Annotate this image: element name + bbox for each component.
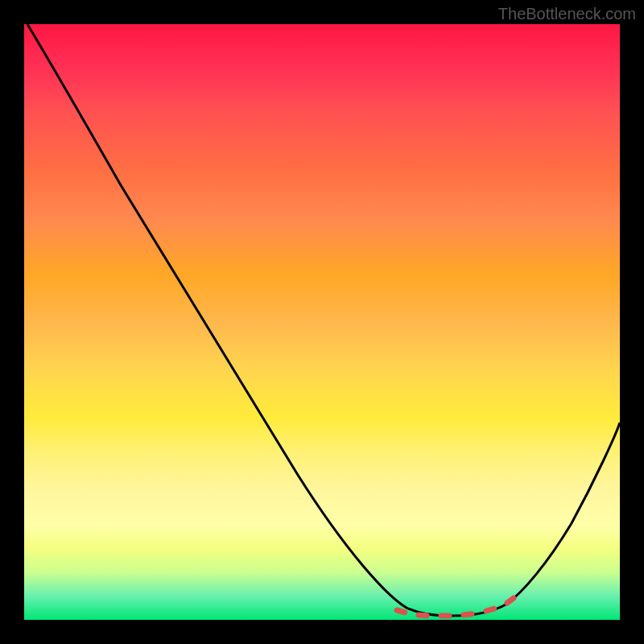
chart-plot-area [24, 24, 620, 620]
chart-curve-svg [24, 24, 620, 620]
watermark-text: TheBottleneck.com [498, 5, 636, 23]
optimal-range-markers [397, 596, 517, 616]
bottleneck-curve-path [27, 24, 620, 616]
